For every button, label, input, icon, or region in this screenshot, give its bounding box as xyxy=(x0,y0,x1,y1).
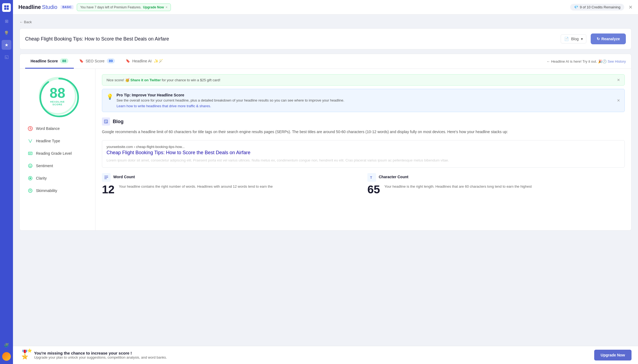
pro-tip-text: See the overall score for your current h… xyxy=(117,98,344,102)
clarity-label: Clarity xyxy=(36,176,47,180)
pro-tip-title: Pro Tip: Improve Your Headline Score xyxy=(117,93,344,97)
sidebar-icon-puzzle[interactable]: 🧩 xyxy=(2,340,11,350)
credits-badge: 💎 9 of 10 Credits Remaining xyxy=(570,4,624,11)
back-link[interactable]: ← Back xyxy=(19,20,632,24)
sidebar-icon-star[interactable]: ★ xyxy=(2,40,11,50)
headline-score-label: Headline Score xyxy=(31,59,58,63)
clarity-icon xyxy=(27,175,33,181)
seo-score-label: SEO Score xyxy=(86,59,105,63)
green-alert-text: Nice score! 🥳 Share it on Twitter for yo… xyxy=(107,78,220,82)
char-count-header: T Character Count xyxy=(367,173,532,182)
upgrade-left: 🎖️ ⭐ You're missing the chance to increa… xyxy=(19,349,167,361)
pro-tip-content: Pro Tip: Improve Your Headline Score See… xyxy=(117,93,344,108)
headline-input[interactable] xyxy=(25,36,556,42)
blue-alert-close[interactable]: ✕ xyxy=(617,93,620,108)
word-count-content: 12 Your headline contains the right numb… xyxy=(102,184,273,195)
blog-section: Blog Google recommends a headline limit … xyxy=(102,117,625,195)
svg-rect-0 xyxy=(4,5,6,8)
svg-point-10 xyxy=(28,164,32,168)
sidebar-item-headline-type[interactable]: Headline Type xyxy=(25,135,90,147)
upgrade-link[interactable]: Upgrade Now xyxy=(143,5,164,9)
basic-badge: BASIC xyxy=(61,5,74,9)
sidebar-icon-layers[interactable]: ◱ xyxy=(2,52,11,62)
sentiment-icon xyxy=(27,163,33,169)
tab-headline-ai[interactable]: 🔖 Headline AI ✨🪄 xyxy=(120,55,168,68)
svg-point-11 xyxy=(29,165,30,166)
word-balance-icon xyxy=(27,126,33,132)
svg-text:T: T xyxy=(370,176,372,180)
headline-type-icon xyxy=(27,138,33,144)
learn-more-link[interactable]: Learn how to write headlines that drive … xyxy=(117,104,211,108)
credits-label: 9 of 10 Credits Remaining xyxy=(580,5,620,9)
svg-rect-18 xyxy=(105,121,107,122)
svg-point-5 xyxy=(40,79,78,116)
upgrade-subtitle: Upgrade your plan to unlock your suggest… xyxy=(34,355,167,359)
serp-title[interactable]: Cheap Flight Booking Tips: How to Score … xyxy=(107,150,620,156)
sidebar-item-reading-grade[interactable]: Reading Grade Level xyxy=(25,148,90,159)
sidebar-item-skimmability[interactable]: Skimmability xyxy=(25,185,90,196)
tab-bookmark-ai: 🔖 xyxy=(126,59,130,63)
tab-seo-score[interactable]: 🔖 SEO Score 89 xyxy=(74,54,121,69)
reanalyze-icon: ↻ xyxy=(597,37,600,41)
reanalyze-button[interactable]: ↻ Reanalyze xyxy=(591,33,626,44)
content-type-select[interactable]: 📄 Blog ▾ xyxy=(561,34,586,43)
topnav-close-icon[interactable]: ✕ xyxy=(629,4,633,10)
svg-rect-19 xyxy=(105,122,107,123)
tab-headline-score[interactable]: Headline Score 88 xyxy=(25,54,74,69)
char-count-number: 65 xyxy=(367,184,380,195)
see-history-link[interactable]: 🕐 See History xyxy=(602,59,626,63)
main-area: HeadlineStudio BASIC You have 7 days lef… xyxy=(13,0,638,364)
blog-title: Blog xyxy=(113,119,124,124)
word-count-header: Word Count xyxy=(102,173,273,182)
sidebar-item-word-balance[interactable]: Word Balance xyxy=(25,123,90,134)
sidebar-item-clarity[interactable]: Clarity xyxy=(25,173,90,184)
upgrade-icon: 🎖️ ⭐ xyxy=(19,349,31,361)
pro-tip-icon: 💡 xyxy=(107,93,113,108)
blog-icon: 📄 xyxy=(564,37,569,41)
upgrade-text: You're missing the chance to increase yo… xyxy=(34,351,167,359)
char-count-desc: Your headline is the right length. Headl… xyxy=(384,184,532,189)
score-arc-svg xyxy=(39,77,80,118)
brand-studio: Studio xyxy=(42,4,57,10)
svg-rect-20 xyxy=(104,176,108,176)
headline-bar: 📄 Blog ▾ ↻ Reanalyze xyxy=(19,28,632,49)
sidebar-item-sentiment[interactable]: Sentiment xyxy=(25,160,90,171)
green-alert-close[interactable]: ✕ xyxy=(617,78,620,82)
brand-headline: Headline xyxy=(18,4,41,10)
word-count-block: Word Count 12 Your headline contains the… xyxy=(102,173,359,195)
blog-section-icon xyxy=(102,117,110,126)
word-count-right: Word Count 12 Your headline contains the… xyxy=(102,173,273,195)
sidebar-icon-home[interactable]: ⊞ xyxy=(2,16,11,26)
logo xyxy=(2,3,11,12)
trial-close-icon[interactable]: × xyxy=(165,5,167,9)
svg-rect-21 xyxy=(104,177,108,178)
svg-rect-3 xyxy=(7,8,9,10)
score-panel: 88 HEADLINESCORE Word Balance xyxy=(20,69,95,230)
brand: HeadlineStudio xyxy=(18,4,57,10)
svg-point-12 xyxy=(31,165,31,166)
tab-bookmark-seo: 🔖 xyxy=(79,59,84,63)
word-count-icon xyxy=(102,173,111,182)
reanalyze-label: Reanalyze xyxy=(602,37,620,41)
upgrade-bar: 🎖️ ⭐ You're missing the chance to increa… xyxy=(13,346,638,364)
topnav: HeadlineStudio BASIC You have 7 days lef… xyxy=(13,0,638,15)
ai-promo: ← Headline AI is here! Try it out. 🎉 xyxy=(547,59,602,63)
char-count-icon: T xyxy=(367,173,376,182)
score-circle-container: 88 HEADLINESCORE xyxy=(25,77,90,115)
seo-score-value: 89 xyxy=(107,58,115,63)
svg-rect-1 xyxy=(7,5,9,8)
serp-snippet: Lorem ipsum dolor sit amet, consectetur … xyxy=(107,158,620,163)
char-count-block: T Character Count 65 Your headline is th… xyxy=(367,173,625,195)
word-count-number: 12 xyxy=(102,184,115,195)
user-avatar[interactable] xyxy=(2,352,11,361)
svg-point-14 xyxy=(29,177,31,179)
topnav-right: 💎 9 of 10 Credits Remaining ✕ xyxy=(570,4,633,11)
green-alert: Nice score! 🥳 Share it on Twitter for yo… xyxy=(102,74,625,86)
score-circle: 88 HEADLINESCORE xyxy=(39,77,77,115)
credits-icon: 💎 xyxy=(574,5,578,9)
share-twitter-link[interactable]: Share it on Twitter xyxy=(130,78,161,82)
serp-preview: yourwebsite.com › cheap-flight-booking-t… xyxy=(102,140,625,168)
upgrade-button[interactable]: Upgrade Now xyxy=(594,350,632,360)
sidebar-icon-bulb[interactable]: 💡 xyxy=(2,28,11,38)
see-history-label: See History xyxy=(608,59,626,63)
